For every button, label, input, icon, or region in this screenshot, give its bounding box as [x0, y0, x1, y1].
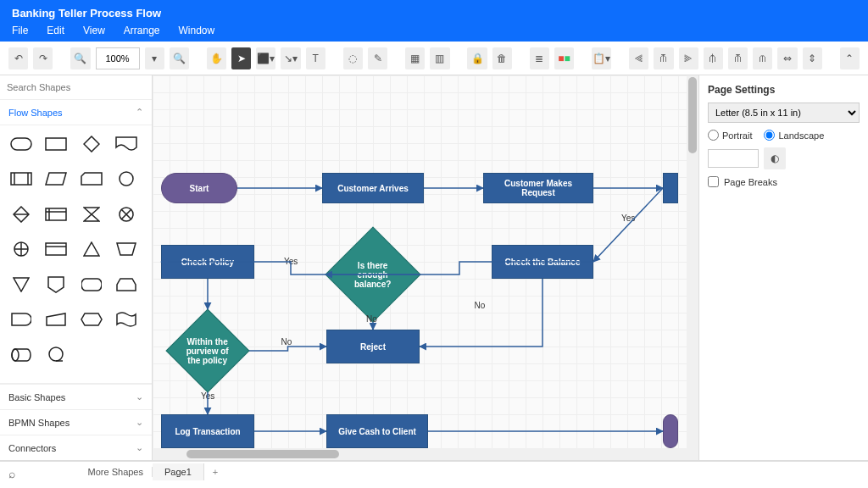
paste-button[interactable]: 📋▾ — [592, 47, 611, 69]
fill-button[interactable]: ◌ — [343, 47, 363, 69]
node-check_balance[interactable]: Check the Balance — [492, 245, 593, 279]
shape-predefined[interactable] — [8, 169, 34, 189]
redo-button[interactable]: ↷ — [33, 47, 53, 69]
basic-shapes-header[interactable]: Basic Shapes⌄ — [0, 384, 152, 409]
horizontal-scrollbar[interactable] — [153, 448, 698, 460]
edge-label: No — [475, 301, 486, 310]
more-shapes-button[interactable]: More Shapes — [0, 467, 153, 477]
svg-marker-24 — [117, 243, 136, 255]
node-give[interactable]: Give Cash to Client — [326, 414, 428, 448]
shape-data[interactable] — [43, 169, 69, 189]
menu-arrange[interactable]: Arrange — [124, 25, 160, 36]
svg-rect-0 — [11, 138, 31, 150]
shape-sort[interactable] — [8, 204, 34, 225]
shape-paper-tape[interactable] — [114, 309, 139, 330]
shape-decision[interactable] — [79, 134, 104, 154]
align-top-button[interactable]: ⫛ — [704, 47, 723, 69]
tab-page1[interactable]: Page1 — [153, 463, 204, 480]
menu-window[interactable]: Window — [179, 25, 215, 36]
flow-shapes-header[interactable]: Flow Shapes ⌃ — [0, 100, 152, 125]
background-reset-button[interactable]: ◐ — [764, 147, 786, 169]
group-button[interactable]: ▦ — [405, 47, 425, 69]
page-breaks-checkbox[interactable] — [708, 176, 719, 187]
distribute-v-button[interactable]: ⇕ — [803, 47, 822, 69]
align-middle-button[interactable]: ⫚ — [728, 47, 748, 69]
shape-sequential-data[interactable] — [43, 345, 69, 365]
zoom-in-button[interactable]: 🔍 — [170, 47, 189, 69]
node-request[interactable]: Customer Makes Request — [483, 173, 593, 203]
node-log[interactable]: Log Transaction — [161, 414, 254, 448]
svg-marker-7 — [81, 173, 102, 185]
node-arrive[interactable]: Customer Arrives — [322, 173, 424, 203]
text-tool-button[interactable]: T — [306, 47, 326, 69]
zoom-dropdown[interactable]: ▾ — [145, 47, 164, 69]
shape-internal-storage[interactable] — [43, 204, 69, 225]
shape-merge[interactable] — [8, 274, 34, 295]
lock-button[interactable]: 🔒 — [467, 47, 487, 69]
app-header: Banking Teller Process Flow File Edit Vi… — [0, 0, 868, 42]
shape-direct-data[interactable] — [8, 345, 34, 365]
node-end[interactable] — [663, 414, 678, 448]
zoom-input[interactable] — [96, 47, 140, 69]
shape-delay[interactable] — [8, 309, 34, 330]
orientation-portrait[interactable]: Portrait — [708, 130, 752, 141]
undo-button[interactable]: ↶ — [8, 47, 28, 69]
collapse-panel-button[interactable]: ⌃ — [840, 47, 860, 69]
shape-collate[interactable] — [79, 204, 104, 225]
node-off1[interactable] — [663, 173, 678, 203]
background-color-input[interactable] — [708, 149, 759, 168]
node-purview[interactable]: Within the purview of the policy — [166, 309, 250, 393]
chevron-down-icon: ⌄ — [136, 442, 143, 453]
connectors-header[interactable]: Connectors⌄ — [0, 435, 152, 460]
align-right-button[interactable]: ⫸ — [679, 47, 698, 69]
delete-button[interactable]: 🗑 — [492, 47, 512, 69]
vertical-scrollbar[interactable] — [687, 75, 698, 448]
node-reject[interactable]: Reject — [326, 330, 420, 363]
align-center-button[interactable]: ⫚ — [654, 47, 673, 69]
page-breaks-label: Page Breaks — [724, 177, 777, 187]
shape-manual-op[interactable] — [114, 239, 139, 259]
menu-edit[interactable]: Edit — [47, 25, 64, 36]
node-start[interactable]: Start — [161, 173, 237, 203]
svg-marker-28 — [47, 313, 65, 325]
shape-card[interactable] — [79, 169, 104, 189]
distribute-h-button[interactable]: ⇔ — [777, 47, 797, 69]
align-bottom-button[interactable]: ⫙ — [753, 47, 772, 69]
node-enough[interactable]: Is there enough balance? — [325, 226, 420, 322]
search-input[interactable] — [0, 75, 152, 100]
paper-size-select[interactable]: Letter (8.5 in x 11 in) — [708, 103, 860, 123]
shape-manual-input[interactable] — [43, 309, 69, 330]
shape-or[interactable] — [8, 239, 34, 259]
layers-button[interactable]: ≣ — [530, 47, 549, 69]
menu-view[interactable]: View — [83, 25, 105, 36]
shape-display[interactable] — [79, 274, 104, 295]
svg-marker-27 — [117, 279, 136, 291]
zoom-out-button[interactable]: 🔍 — [70, 47, 90, 69]
shape-summing[interactable] — [114, 204, 139, 225]
orientation-landscape[interactable]: Landscape — [764, 130, 824, 141]
shape-preparation[interactable] — [79, 309, 104, 330]
shape-connector[interactable] — [114, 169, 139, 189]
shape-process[interactable] — [43, 134, 69, 154]
ungroup-button[interactable]: ▥ — [430, 47, 449, 69]
align-left-button[interactable]: ⫷ — [629, 47, 648, 69]
pointer-tool-button[interactable]: ➤ — [231, 47, 251, 69]
shape-offpage[interactable] — [43, 274, 69, 295]
node-check_policy[interactable]: Check Policy — [161, 245, 254, 279]
stroke-button[interactable]: ✎ — [368, 47, 387, 69]
shape-loop-limit[interactable] — [114, 274, 139, 295]
panel-title: Page Settings — [708, 84, 860, 96]
shape-document[interactable] — [114, 134, 139, 154]
shape-tool-button[interactable]: ⬛▾ — [256, 47, 275, 69]
menu-file[interactable]: File — [12, 25, 28, 36]
themes-button[interactable]: ■■ — [554, 47, 574, 69]
add-page-button[interactable]: + — [204, 463, 226, 480]
shape-extract[interactable] — [79, 239, 104, 259]
connector-tool-button[interactable]: ↘▾ — [281, 47, 300, 69]
svg-marker-26 — [48, 277, 64, 292]
bpmn-shapes-header[interactable]: BPMN Shapes⌄ — [0, 409, 152, 435]
shape-stored-data[interactable] — [43, 239, 69, 259]
shape-terminator[interactable] — [8, 134, 34, 154]
canvas[interactable]: StartCustomer ArrivesCustomer Makes Requ… — [153, 75, 698, 460]
pan-tool-button[interactable]: ✋ — [207, 47, 226, 69]
